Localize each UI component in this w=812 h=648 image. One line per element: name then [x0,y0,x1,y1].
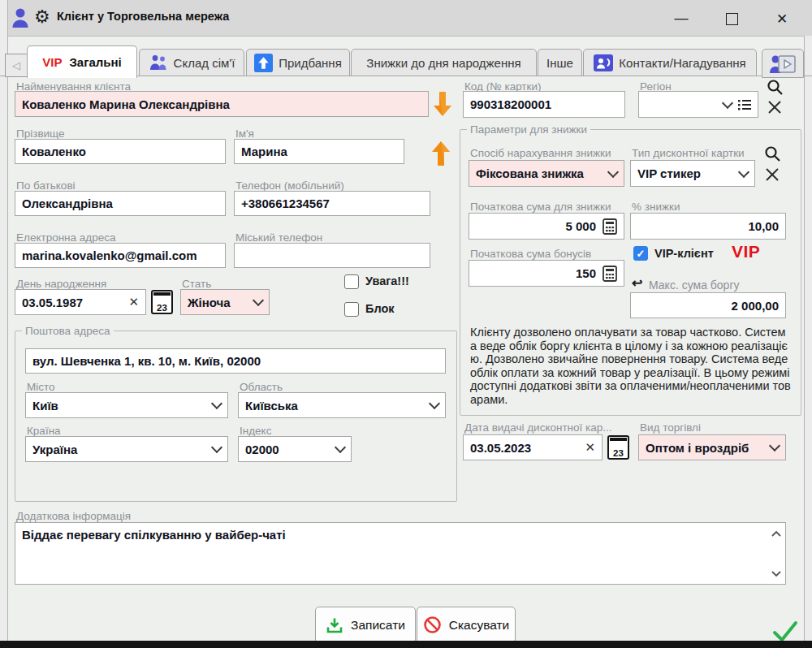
attention-checkbox[interactable] [344,274,359,289]
chevron-down-icon [607,166,619,177]
client-name-input[interactable] [15,91,429,117]
arrow-down-orange-icon[interactable] [432,90,453,121]
postal-address-input[interactable] [25,348,446,374]
first-name-input[interactable] [234,139,404,164]
middle-name-label: По батькові [16,179,76,192]
city-select[interactable]: Київ [25,392,228,418]
country-select[interactable]: Україна [25,436,228,462]
clear-birth-date-icon[interactable]: ✕ [128,295,139,309]
city-label: Місто [27,381,55,393]
gender-label: Стать [182,278,211,290]
discount-percent-value: 10,00 [748,219,779,233]
trade-type-value: Оптом і вроздріб [646,441,749,455]
region-select[interactable] [638,91,758,118]
close-button[interactable]: ✕ [768,8,796,29]
calculator-icon[interactable] [603,218,617,235]
max-debt-input[interactable]: 2 000,00 [630,292,786,318]
scroll-down-icon[interactable] [771,570,781,578]
zip-select[interactable]: 02000 [238,436,352,462]
tab-contacts[interactable]: Контакти/Нагадування [583,49,757,76]
birth-date-label: День народження [16,278,106,290]
country-label: Країна [27,425,61,437]
region-clear-icon[interactable] [767,99,783,119]
block-checkbox[interactable] [344,302,359,317]
region-search-icon[interactable] [767,79,784,99]
extra-info-textarea[interactable]: Віддає перевагу спілкуванню у вайбер-чат… [15,522,786,585]
undo-arrow-icon[interactable]: ↩ [632,275,642,291]
gear-icon: ⚙ [34,6,50,28]
extra-info-label: Додаткова інформація [16,510,131,522]
check-icon: ✓ [637,248,646,260]
chevron-down-icon [769,440,780,451]
cancel-button[interactable]: Скасувати [417,607,516,643]
card-type-select[interactable]: VIP стикер [630,160,755,187]
minimize-button[interactable]: — [667,8,695,29]
postal-address-group: Поштова адреса Місто Київ Область Київсь… [15,325,457,502]
city-value: Київ [32,399,58,413]
birth-date-calendar-button[interactable]: 23 [151,290,173,314]
tab-birthday-discounts[interactable]: Знижки до дня народження [351,49,537,76]
list-icon [738,99,751,110]
birth-date-input[interactable]: 03.05.1987 ✕ [15,289,146,315]
chevron-left-icon: ◁ [12,59,20,71]
trade-type-select[interactable]: Оптом і вроздріб [638,434,786,460]
issue-date-calendar-button[interactable]: 23 [607,435,629,460]
maximize-button[interactable] [718,8,745,29]
gender-select[interactable]: Жіноча [180,289,270,315]
start-sum-input[interactable]: 5 000 [469,213,624,240]
zip-label: Індекс [240,425,271,437]
cancel-icon [423,616,442,634]
tab-vip-general[interactable]: VIP Загальні [27,45,137,78]
middle-name-input[interactable] [15,191,226,216]
city-phone-input[interactable] [234,243,430,268]
scroll-up-icon[interactable] [771,529,781,538]
bottom-bar [0,641,812,648]
start-sum-value: 5 000 [565,219,596,233]
start-bonus-input[interactable]: 150 [469,260,624,287]
calendar-icon: 23 [157,303,167,313]
chevron-down-icon [429,398,440,409]
oblast-select[interactable]: Київська [238,392,446,418]
attention-checkbox-label: Увага!!! [365,274,409,287]
chevron-down-icon [211,442,222,453]
discount-method-select[interactable]: Фіксована знижка [469,160,624,187]
zip-value: 02000 [245,443,279,456]
discount-params-group: Параметри для знижки Спосіб нарахування … [460,123,801,416]
contacts-icon [594,54,613,71]
last-name-label: Прізвище [16,127,65,140]
tab-purchases[interactable]: Придбання [246,49,350,76]
card-issue-date-label: Дата видачі дисконтної кар... [464,421,612,434]
scroll-tabs-right-button[interactable] [762,49,804,78]
tab-other[interactable]: Інше [538,49,582,76]
discount-percent-input[interactable]: 10,00 [630,213,786,240]
arrow-up-orange-icon[interactable] [430,140,451,171]
upload-icon [254,54,273,72]
email-input[interactable] [15,243,226,268]
mobile-phone-label: Телефон (мобільний) [235,179,344,192]
country-value: Україна [32,443,77,456]
trade-type-label: Вид торгівлі [640,421,701,434]
calendar-icon: 23 [613,448,624,458]
scroll-tabs-left-button[interactable]: ◁ [5,54,28,77]
last-name-input[interactable] [15,139,226,164]
calculator-icon[interactable] [603,266,617,282]
mobile-phone-input[interactable] [234,191,430,216]
card-issue-date-value: 03.05.2023 [470,441,531,455]
tab-purchases-label: Придбання [279,56,342,70]
email-label: Електронна адреса [16,231,115,244]
card-issue-date-input[interactable]: 03.05.2023 ✕ [463,434,603,460]
clear-issue-date-icon[interactable]: ✕ [585,440,595,455]
card-type-search-icon[interactable] [764,145,781,166]
window-right-edge [804,36,812,642]
oblast-value: Київська [245,399,298,413]
tab-family[interactable]: Склад сім'ї [139,49,244,76]
card-type-clear-icon[interactable] [764,166,780,186]
save-button[interactable]: Записати [315,607,416,643]
vip-client-checkbox[interactable]: ✓ [633,246,648,261]
tab-vip-general-label: Загальні [69,55,121,69]
chevron-down-icon [738,166,749,177]
discount-percent-label: % знижки [632,201,680,213]
max-debt-value: 2 000,00 [732,299,779,313]
card-code-input[interactable] [463,91,625,118]
tab-other-label: Інше [546,56,573,70]
